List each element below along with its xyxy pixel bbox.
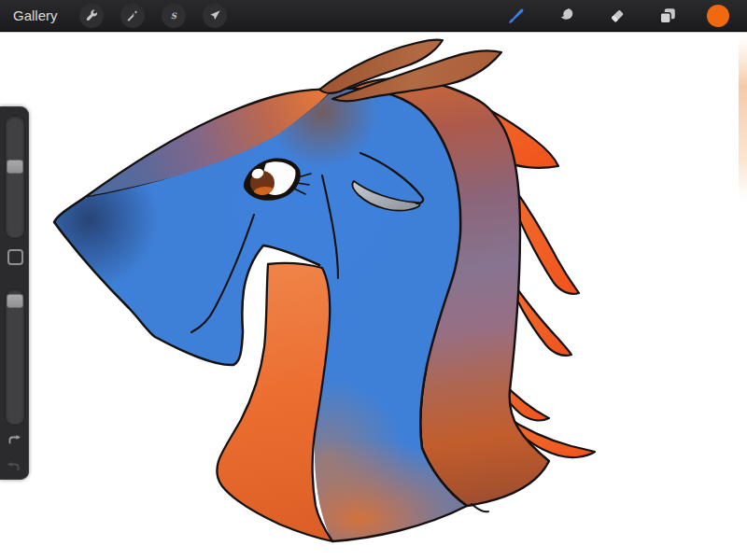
procreate-app: Gallery S bbox=[0, 0, 747, 560]
magic-wand-icon bbox=[125, 8, 140, 23]
opacity-handle[interactable] bbox=[7, 294, 23, 308]
active-color-circle bbox=[706, 4, 730, 28]
transform-button[interactable] bbox=[203, 4, 227, 28]
undo-icon bbox=[7, 434, 21, 449]
modify-button[interactable] bbox=[7, 249, 23, 265]
wrench-icon bbox=[84, 8, 99, 23]
selection-button[interactable]: S bbox=[162, 4, 186, 28]
stray-brush-streak bbox=[739, 37, 747, 201]
gallery-button[interactable]: Gallery bbox=[13, 7, 58, 23]
svg-text:S: S bbox=[170, 11, 176, 21]
opacity-slider[interactable] bbox=[5, 288, 25, 426]
undo-button[interactable] bbox=[7, 434, 21, 449]
drawing-canvas[interactable] bbox=[0, 32, 747, 560]
top-toolbar: Gallery S bbox=[0, 0, 747, 32]
brush-size-handle[interactable] bbox=[7, 160, 23, 174]
brush-sidebar bbox=[0, 106, 29, 480]
eraser-icon bbox=[607, 6, 627, 26]
brush-size-slider[interactable] bbox=[5, 115, 25, 239]
transform-arrow-icon bbox=[207, 8, 222, 23]
eraser-tool-button[interactable] bbox=[603, 4, 631, 28]
layers-icon bbox=[657, 6, 678, 26]
brush-tool-button[interactable] bbox=[502, 4, 530, 28]
redo-button[interactable] bbox=[7, 461, 21, 476]
redo-icon bbox=[7, 461, 21, 476]
adjustments-button[interactable] bbox=[120, 4, 145, 28]
layers-button[interactable] bbox=[654, 4, 682, 28]
color-swatch-button[interactable] bbox=[704, 4, 732, 28]
artwork-canvas[interactable] bbox=[0, 32, 747, 560]
smudge-icon bbox=[557, 6, 577, 26]
smudge-tool-button[interactable] bbox=[553, 4, 581, 28]
selection-s-icon: S bbox=[166, 8, 181, 23]
actions-button[interactable] bbox=[79, 4, 104, 28]
paint-brush-icon bbox=[506, 6, 527, 26]
